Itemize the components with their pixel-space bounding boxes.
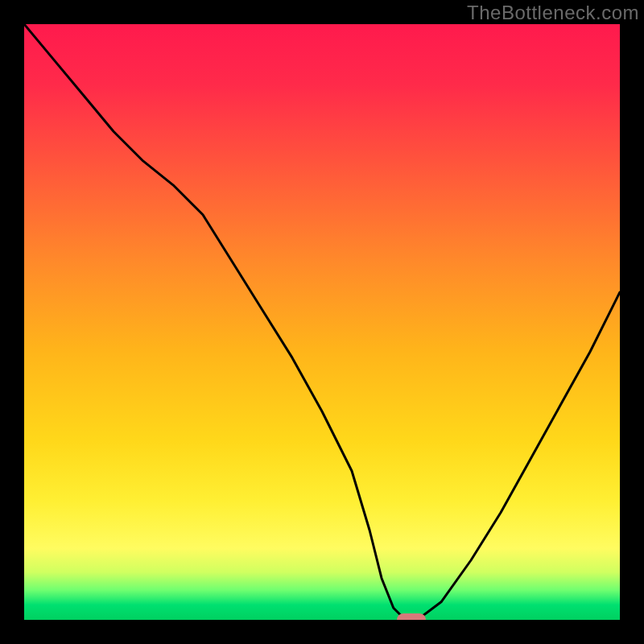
plot-area <box>24 24 620 620</box>
bottleneck-curve-path <box>24 24 620 620</box>
curve-layer <box>24 24 620 620</box>
chart-frame: TheBottleneck.com <box>0 0 644 644</box>
optimal-point-marker <box>397 613 426 620</box>
watermark-text: TheBottleneck.com <box>467 0 639 26</box>
